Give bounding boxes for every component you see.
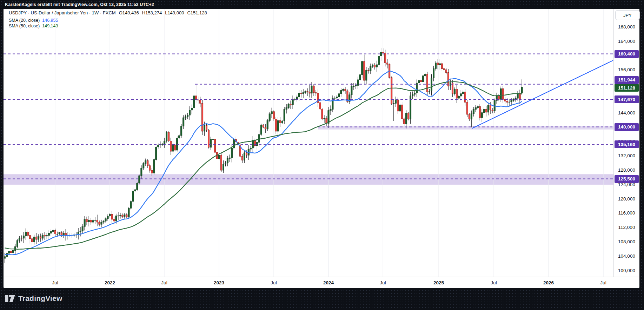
time-tick-label: Jul	[380, 280, 386, 285]
time-tick-label: Jul	[600, 280, 606, 285]
time-tick-label: Jul	[52, 280, 58, 285]
open-value: O149,436	[119, 10, 139, 15]
price-level-badge: 125,500	[615, 175, 639, 183]
attribution-text: KarstenKagels erstellt mit TradingView.c…	[5, 2, 154, 7]
attribution-bar: KarstenKagels erstellt mit TradingView.c…	[0, 0, 644, 9]
tradingview-logo-icon[interactable]	[5, 295, 15, 302]
price-level-badge: 160,400	[615, 50, 639, 58]
price-tick-label: 132,000	[614, 153, 639, 158]
time-tick-label: 2025	[433, 280, 444, 285]
chart-legend: USDJPY · US-Dollar / Japanischer Yen · 1…	[9, 10, 207, 29]
price-chart-canvas[interactable]	[4, 9, 639, 288]
chart-window: USDJPY · US-Dollar / Japanischer Yen · 1…	[4, 9, 639, 288]
price-tick-label: 128,000	[614, 167, 639, 173]
time-tick-label: Jul	[491, 280, 497, 285]
sma20-legend-row[interactable]: SMA (20, close) 146,955	[9, 18, 207, 24]
price-tick-label: 116,000	[614, 210, 639, 216]
sma50-label: SMA (50, close)	[9, 24, 40, 28]
candles-layer	[4, 48, 523, 263]
sma20-value: 146,955	[42, 18, 58, 23]
time-tick-label: 2024	[323, 280, 334, 285]
price-tick-label: 144,000	[614, 110, 639, 115]
support-zone-band	[4, 174, 613, 185]
price-level-badge: 140,000	[615, 123, 639, 131]
price-level-badge: 151,944	[615, 76, 639, 84]
footer-branding: TradingView	[5, 294, 62, 303]
time-tick-label: Jul	[271, 280, 277, 285]
high-value: H153,274	[142, 10, 162, 15]
price-tick-label: 100,000	[614, 268, 639, 273]
price-axis[interactable]: 168,000164,000160,000156,000152,000148,0…	[614, 9, 639, 277]
price-level-badge: 147,670	[615, 95, 639, 103]
price-tick-label: 164,000	[614, 38, 639, 44]
price-tick-label: 156,000	[614, 67, 639, 72]
price-tick-label: 168,000	[614, 24, 639, 29]
sma50-value: 149,143	[42, 24, 58, 28]
time-tick-label: 2023	[214, 280, 224, 285]
sma20-label: SMA (20, close)	[9, 18, 40, 23]
price-level-badge: 135,160	[615, 140, 639, 148]
price-tick-label: 112,000	[614, 225, 639, 230]
time-tick-label: 2026	[543, 280, 554, 285]
close-value: C151,128	[187, 10, 207, 15]
price-level-badge: 151,128	[615, 84, 639, 92]
tradingview-screenshot: { "top_bar": { "attribution": "KarstenKa…	[0, 0, 644, 310]
trendline[interactable]	[472, 60, 613, 128]
time-tick-label: Jul	[161, 280, 167, 285]
low-value: L149,000	[165, 10, 184, 15]
symbol-title: USDJPY · US-Dollar / Japanischer Yen · 1…	[9, 10, 116, 15]
time-axis[interactable]: Jul2022Jul2023Jul2024Jul2025Jul2026Jul	[4, 277, 639, 288]
price-tick-label: 104,000	[614, 253, 639, 258]
price-tick-label: 120,000	[614, 196, 639, 201]
time-tick-label: 2022	[105, 280, 115, 285]
currency-toggle-button[interactable]: JPY	[615, 10, 640, 20]
tradingview-logo-text[interactable]: TradingView	[18, 294, 62, 303]
symbol-legend-row[interactable]: USDJPY · US-Dollar / Japanischer Yen · 1…	[9, 10, 207, 18]
sma50-legend-row[interactable]: SMA (50, close) 149,143	[9, 24, 207, 29]
currency-label: JPY	[623, 13, 632, 18]
sma50-line[interactable]	[5, 82, 522, 249]
price-tick-label: 108,000	[614, 239, 639, 244]
